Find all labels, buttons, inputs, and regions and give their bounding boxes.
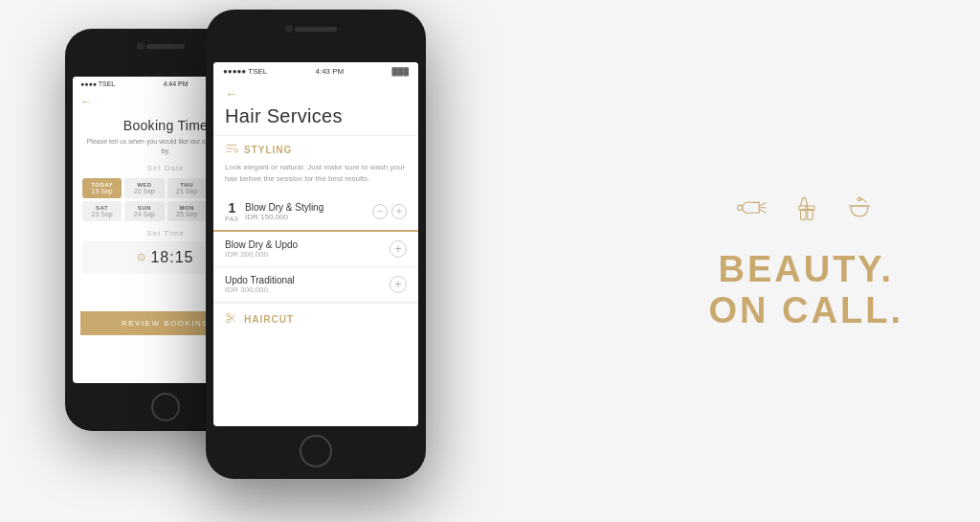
clock-icon: ⊙ [137,251,145,263]
blow-dry-updo-info: Blow Dry & Updo IDR 200,000 [225,239,298,259]
pax-number: 1 [229,200,236,216]
hs-back-arrow[interactable]: ← [213,80,418,105]
phone-camera [137,42,145,50]
day-sun-num: 24 Sep [126,211,162,217]
brand-line2: ON CALL. [709,290,903,332]
svg-rect-9 [801,209,806,219]
hair-services-screen: ●●●●● TSEL 4:43 PM ▓▓▓ ← Hair Services S… [213,62,418,426]
date-sat[interactable]: SAT 23 Sep [82,201,122,221]
phone-speaker [146,44,185,49]
home-button[interactable] [151,393,180,421]
updo-traditional-item[interactable]: Updo Traditional IDR 300,000 + [213,267,418,303]
day-today-num: 19 Sep [84,188,120,194]
date-wed[interactable]: WED 20 Sep [124,178,164,198]
svg-rect-11 [808,209,813,219]
branding-section: BEAUTY. ON CALL. [709,190,903,331]
blow-dry-updo-name: Blow Dry & Updo [225,239,298,250]
blow-dry-styling-info: Blow Dry & Styling IDR 150,000 [245,202,367,221]
pax-label: PAX [225,216,239,222]
svg-point-0 [234,149,238,153]
hairdryer-icon [735,190,769,224]
phone-speaker-front [295,27,337,32]
date-mon[interactable]: MON 25 Sep [167,201,207,221]
brand-text: BEAUTY. ON CALL. [709,248,903,331]
updo-traditional-info: Updo Traditional IDR 300,000 [225,275,295,294]
decrement-button[interactable]: − [372,204,388,219]
blow-dry-updo-price: IDR 200,000 [225,250,298,259]
phone-camera-front [285,25,293,33]
carrier-front: ●●●●● TSEL [223,67,267,76]
day-wed-num: 20 Sep [126,188,162,194]
time-front: 4:43 PM [315,67,344,76]
time: 4:44 PM [163,80,188,87]
blow-dry-styling-name: Blow Dry & Styling [245,202,367,213]
updo-traditional-price: IDR 300,000 [225,285,295,294]
battery-front: ▓▓▓ [391,67,409,76]
beauty-icons-row [709,190,903,224]
blow-dry-updo-item[interactable]: Blow Dry & Updo IDR 200,000 + [213,232,418,267]
haircut-label: HAIRCUT [244,314,294,325]
brand-line1: BEAUTY. [709,248,903,290]
increment-button[interactable]: + [391,204,407,219]
time-value: 18:15 [150,249,193,266]
date-today[interactable]: TODAY 19 Sep [82,178,122,198]
date-sun[interactable]: SUN 24 Sep [124,201,164,221]
styling-description: Look elegant or natural. Just make sure … [213,162,418,193]
styling-section-header: STYLING [213,135,418,162]
lipstick-icon [789,190,823,224]
date-thu[interactable]: THU 21 Sep [167,178,207,198]
haircut-section-header: HAIRCUT [213,303,418,331]
styling-label: STYLING [244,145,292,155]
day-thu-num: 21 Sep [169,188,205,194]
blow-dry-styling-selected[interactable]: 1 PAX Blow Dry & Styling IDR 150,000 − + [213,193,418,232]
day-mon-num: 25 Sep [169,211,205,217]
hair-services-title: Hair Services [213,105,418,135]
updo-traditional-add-button[interactable]: + [390,276,407,293]
svg-line-6 [759,209,766,213]
styling-icon [225,142,238,158]
pax-display: 1 PAX [225,200,239,222]
svg-line-5 [759,202,766,206]
carrier: ●●●● TSEL [80,80,115,87]
haircut-icon [225,311,238,328]
home-button-front[interactable] [300,435,332,467]
blow-dry-styling-price: IDR 150,000 [245,213,367,221]
service-controls: − + [372,204,407,219]
day-sat-num: 23 Sep [84,211,120,217]
blow-dry-updo-add-button[interactable]: + [390,240,407,258]
phone-hair-services: ●●●●● TSEL 4:43 PM ▓▓▓ ← Hair Services S… [206,10,426,479]
updo-traditional-name: Updo Traditional [225,275,295,285]
status-bar-front: ●●●●● TSEL 4:43 PM ▓▓▓ [213,62,418,80]
bowl-icon [842,190,877,224]
